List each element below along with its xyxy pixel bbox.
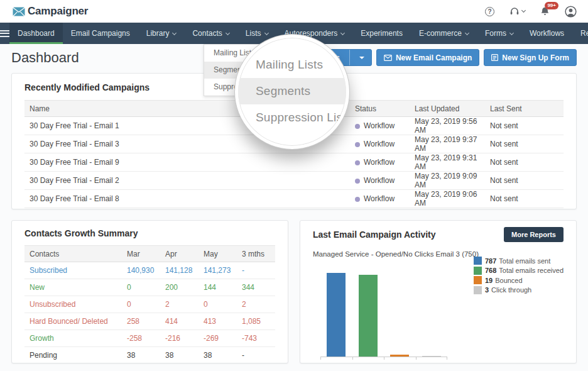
nav-item-workflows[interactable]: Workflows (521, 23, 572, 44)
menu-button[interactable] (0, 23, 9, 44)
table-header: ContactsMarAprMay3 mths (24, 246, 275, 262)
nav-item-experiments[interactable]: Experiments (352, 23, 411, 44)
bar-total-emails-received (359, 275, 378, 357)
last-updated-cell: May 23, 2019 9:37 AM (410, 135, 485, 153)
nav-item-label: Workflows (530, 29, 564, 38)
legend-swatch (474, 267, 482, 275)
column-header-3-mths: 3 mths (237, 246, 275, 262)
nav-item-e-commerce[interactable]: E-commerce (411, 23, 477, 44)
nav-item-reports[interactable]: Reports (572, 23, 588, 44)
new-sign-up-form-button[interactable]: New Sign Up Form (484, 49, 577, 66)
column-header-contacts: Contacts (24, 246, 122, 262)
nav-item-dashboard[interactable]: Dashboard (9, 23, 63, 44)
nav-item-label: Lists (246, 29, 261, 38)
axis-tick (352, 357, 353, 360)
magnifier-overlay: Mailing ListsSegmentsSuppression Lists (235, 35, 349, 149)
campaign-name-cell[interactable]: 30 Day Free Trial - Email 8 (24, 190, 350, 208)
value-cell: 140,930 (122, 262, 160, 279)
nav-item-contacts[interactable]: Contacts (184, 23, 237, 44)
nav-item-label: Dashboard (18, 29, 55, 38)
legend-swatch (474, 276, 482, 284)
table-row[interactable]: 30 Day Free Trial - Email 9WorkflowMay 2… (24, 153, 564, 172)
help-button[interactable]: ? (485, 7, 494, 16)
legend-label: Bounced (495, 277, 522, 284)
table-row: Growth-258-216-269-743 (24, 330, 275, 347)
nav-item-library[interactable]: Library (138, 23, 185, 44)
status-cell: Workflow (350, 117, 410, 135)
nav-item-label: E-commerce (419, 29, 462, 38)
support-button[interactable] (509, 7, 525, 16)
envelope-icon (384, 55, 392, 61)
status-dot (355, 142, 360, 147)
legend-label: Total emails received (499, 267, 564, 274)
row-label-cell[interactable]: Subscribed (24, 262, 122, 279)
legend-swatch (474, 257, 482, 265)
value-cell: -216 (160, 330, 199, 347)
chevron-down-icon (264, 30, 268, 35)
axis-tick (416, 357, 416, 360)
status-cell: Workflow (350, 190, 410, 208)
status-dot (355, 124, 360, 129)
status-cell: Workflow (350, 153, 410, 172)
table-row[interactable]: 30 Day Free Trial - Email 2WorkflowMay 2… (24, 172, 564, 190)
chevron-down-icon (521, 8, 526, 13)
app-logo[interactable]: Campaigner (13, 5, 88, 18)
last-sent-cell: Not sent (485, 172, 564, 190)
value-cell: 38 (122, 347, 160, 364)
last-updated-cell: May 23, 2019 9:06 AM (410, 190, 485, 208)
legend-value: 3 (485, 286, 489, 294)
value-cell: 0 (199, 296, 237, 313)
table-row[interactable]: 30 Day Free Trial - Email 8WorkflowMay 2… (24, 190, 564, 208)
value-cell: 141,128 (160, 262, 199, 279)
value-cell: 414 (160, 313, 199, 330)
magnified-item-suppression-lists: Suppression Lists (238, 104, 346, 131)
value-cell: 344 (237, 279, 275, 296)
chevron-down-icon (340, 30, 345, 35)
headset-icon (509, 7, 520, 16)
legend-item-total-emails-received: 768Total emails received (474, 266, 564, 276)
nav-item-label: Library (146, 29, 170, 38)
bar-total-emails-sent (327, 273, 346, 357)
chevron-down-icon (226, 30, 230, 35)
hamburger-icon (0, 33, 9, 34)
axis-tick (320, 357, 321, 360)
value-cell: 38 (199, 347, 237, 364)
header-actions: ? 99+ (485, 6, 577, 18)
row-label-cell[interactable]: New (24, 279, 122, 296)
legend-value: 787 (485, 257, 496, 265)
new-sign-up-form-label: New Sign Up Form (502, 53, 569, 62)
new-email-campaign-label: New Email Campaign (396, 53, 472, 62)
account-button[interactable] (565, 6, 577, 18)
new-email-campaign-button[interactable]: New Email Campaign (376, 49, 479, 66)
legend-item-total-emails-sent: 787Total emails sent (474, 256, 564, 266)
value-cell: 0 (122, 296, 160, 313)
bar-click-through (422, 356, 441, 357)
table-row: Subscribed140,930141,128141,273- (24, 262, 275, 279)
status-label: Workflow (364, 121, 395, 130)
bar-bounced (390, 355, 409, 357)
row-label-cell[interactable]: Hard Bounced/ Deleted (24, 313, 122, 330)
legend-label: Total emails sent (499, 257, 550, 265)
row-label-cell[interactable]: Growth (24, 330, 122, 347)
campaign-name-cell[interactable]: 30 Day Free Trial - Email 9 (24, 153, 350, 172)
notifications-button[interactable]: 99+ (540, 6, 550, 16)
value-cell: 2 (237, 296, 275, 313)
value-cell: 1,085 (237, 313, 275, 330)
nav-item-forms[interactable]: Forms (477, 23, 521, 44)
last-sent-cell: Not sent (485, 190, 564, 208)
row-label-cell[interactable]: Pending (24, 347, 122, 364)
campaign-name-cell[interactable]: 30 Day Free Trial - Email 2 (24, 172, 350, 190)
more-reports-button[interactable]: More Reports (504, 227, 564, 242)
value-cell: 141,273 (199, 262, 237, 279)
nav-item-label: Email Campaigns (71, 29, 130, 38)
value-cell: - (237, 262, 275, 279)
axis-tick (447, 357, 447, 360)
column-header-may: May (199, 246, 237, 262)
legend-item-bounced: 19Bounced (474, 275, 564, 285)
row-label-cell[interactable]: Unsubscribed (24, 296, 122, 313)
table-row: Pending383838- (24, 347, 275, 364)
caret-down-icon[interactable] (359, 57, 364, 59)
nav-item-email-campaigns[interactable]: Email Campaigns (63, 23, 138, 44)
card-title: Contacts Growth Summary (24, 228, 275, 238)
logo-envelope-icon (13, 7, 25, 16)
